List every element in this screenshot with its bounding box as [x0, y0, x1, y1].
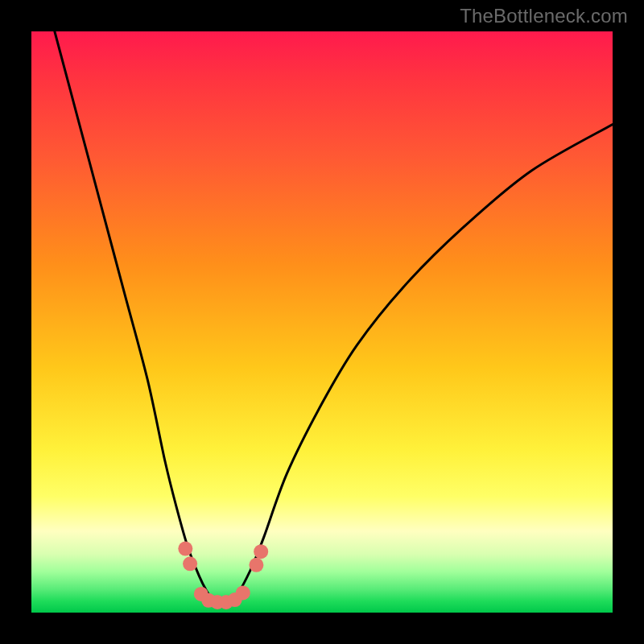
curve-marker: [254, 544, 268, 559]
curve-marker: [183, 556, 197, 571]
plot-area: [31, 31, 613, 613]
chart-svg: [31, 31, 613, 613]
curve-markers: [178, 542, 268, 609]
curve-marker: [178, 542, 192, 556]
curve-marker: [249, 558, 263, 572]
curve-marker: [236, 585, 250, 600]
bottleneck-curve: [55, 31, 613, 601]
chart-frame: TheBottleneck.com: [0, 0, 644, 644]
watermark-text: TheBottleneck.com: [460, 5, 628, 27]
